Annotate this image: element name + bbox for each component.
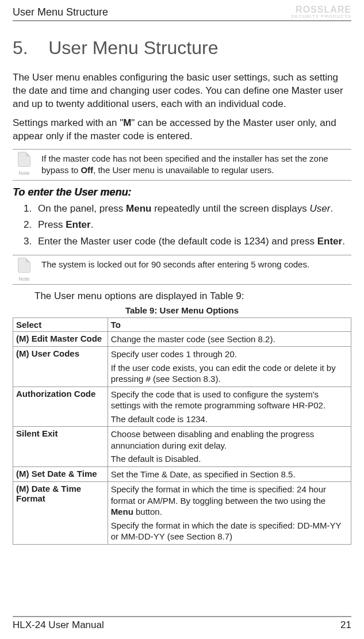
- cell-to: Specify the code that is used to configu…: [108, 387, 351, 427]
- note-label-2: Note: [13, 276, 36, 282]
- note-icon-wrap: Note: [13, 152, 36, 176]
- cell-select: Silent Exit: [13, 427, 108, 467]
- subheading: To enter the User menu:: [13, 186, 351, 198]
- th-to: To: [108, 317, 351, 331]
- note1-b: , the User menu is unavailable to regula…: [93, 165, 274, 175]
- cell-to-p: Specify user codes 1 through 20.: [111, 349, 348, 360]
- s1-c: .: [330, 203, 333, 214]
- note-1-text: If the master code has not been specifie…: [41, 152, 351, 178]
- page-header: User Menu Structure ROSSLARE SECURITY PR…: [13, 6, 351, 21]
- s1-b: repeatedly until the screen displays: [151, 203, 309, 214]
- table-intro: The User menu options are displayed in T…: [35, 290, 351, 302]
- r5-p1a: Specify the format in which the time is …: [111, 484, 326, 506]
- table-row: (M) User Codes Specify user codes 1 thro…: [13, 347, 351, 387]
- note-icon: [18, 258, 30, 273]
- note-label: Note: [13, 170, 36, 176]
- cell-to-p: Specify the format in which the date is …: [111, 520, 348, 542]
- footer-manual: HLX-24 User Manual: [13, 619, 104, 631]
- table-row: Authorization Code Specify the code that…: [13, 387, 351, 427]
- cell-select: (M) Set Date & Time: [13, 466, 108, 482]
- paragraph-2: Settings marked with an "M" can be acces…: [13, 117, 351, 143]
- p2-part-a: Settings marked with an ": [13, 117, 123, 128]
- cell-to-span: If the user code exists, you can edit th…: [111, 363, 336, 384]
- brand-subtitle: SECURITY PRODUCTS: [292, 14, 351, 19]
- cell-to-p: The default code is 1234.: [111, 414, 348, 425]
- cell-to: Set the Time & Date, as specified in Sec…: [108, 466, 351, 482]
- table-header-row: Select To: [13, 317, 351, 331]
- cell-select: (M) Date & Time Format: [13, 482, 108, 545]
- note1-off: Off: [81, 165, 93, 175]
- paragraph-1: The User menu enables configuring the ba…: [13, 71, 351, 111]
- r5-menu: Menu: [111, 507, 133, 516]
- header-title: User Menu Structure: [13, 6, 108, 18]
- note-1: Note If the master code has not been spe…: [13, 149, 351, 181]
- s1-a: On the panel, press: [38, 203, 126, 214]
- th-select: Select: [13, 317, 108, 331]
- table-row: (M) Set Date & Time Set the Time & Date,…: [13, 466, 351, 482]
- table-row: (M) Date & Time Format Specify the forma…: [13, 482, 351, 545]
- s3-enter: Enter: [317, 236, 342, 247]
- section-title: User Menu Structure: [48, 37, 218, 58]
- cell-select: Authorization Code: [13, 387, 108, 427]
- s2-enter: Enter: [66, 219, 90, 230]
- user-menu-options-table: Select To (M) Edit Master Code Change th…: [13, 317, 351, 545]
- s2-a: Press: [38, 219, 66, 230]
- s3-b: .: [342, 236, 345, 247]
- page-footer: HLX-24 User Manual 21: [13, 616, 351, 631]
- cell-to-p: Choose between disabling and enabling th…: [111, 428, 348, 451]
- cell-to-p: Specify the format in which the time is …: [111, 484, 348, 518]
- cell-to: Specify user codes 1 through 20. If the …: [108, 347, 351, 387]
- note-2-text: The system is locked out for 90 seconds …: [41, 258, 351, 271]
- step-3: Enter the Master user code (the default …: [35, 235, 351, 249]
- brand-logo: ROSSLARE: [292, 6, 351, 14]
- cell-to: Specify the format in which the time is …: [108, 482, 351, 545]
- section-heading: 5. User Menu Structure: [13, 37, 351, 59]
- steps-list: On the panel, press Menu repeatedly unti…: [13, 202, 351, 249]
- cell-to-p: If the user code exists, you can edit th…: [111, 362, 348, 385]
- table-row: (M) Edit Master Code Change the master c…: [13, 331, 351, 347]
- cell-to: Choose between disabling and enabling th…: [108, 427, 351, 467]
- p2-m: M: [123, 117, 131, 128]
- table-caption: Table 9: User Menu Options: [13, 305, 351, 315]
- step-1: On the panel, press Menu repeatedly unti…: [35, 202, 351, 216]
- note-2: Note The system is locked out for 90 sec…: [13, 255, 351, 285]
- cell-to-p: The default is Disabled.: [111, 453, 348, 465]
- s1-user: User: [309, 203, 330, 214]
- cell-to-p: Set the Time & Date, as specified in Sec…: [111, 469, 348, 480]
- cell-select: (M) Edit Master Code: [13, 331, 108, 347]
- brand-block: ROSSLARE SECURITY PRODUCTS: [292, 6, 351, 19]
- step-2: Press Enter.: [35, 218, 351, 232]
- footer-page-number: 21: [340, 619, 351, 631]
- section-number: 5.: [13, 37, 28, 58]
- s1-menu: Menu: [126, 203, 151, 214]
- s2-b: .: [91, 219, 94, 230]
- table-row: Silent Exit Choose between disabling and…: [13, 427, 351, 467]
- cell-to: Change the master code (see Section 8.2)…: [108, 331, 351, 347]
- cell-to-p: Specify the code that is used to configu…: [111, 389, 348, 411]
- note-icon-wrap-2: Note: [13, 258, 36, 282]
- s3-a: Enter the Master user code (the default …: [38, 236, 317, 247]
- cell-to-p: Change the master code (see Section 8.2)…: [111, 334, 348, 345]
- cell-select: (M) User Codes: [13, 347, 108, 387]
- note-icon: [18, 152, 30, 167]
- r5-p1b: button.: [133, 507, 162, 516]
